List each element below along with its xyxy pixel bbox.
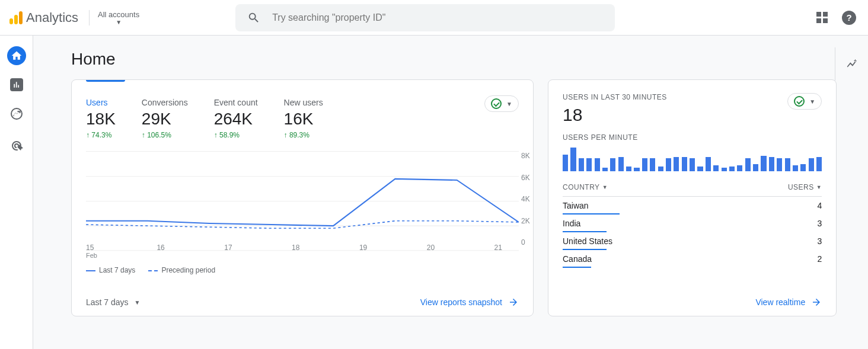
search-input[interactable]: [271, 12, 603, 24]
sparkle-trend-icon: [845, 57, 859, 71]
country-row[interactable]: United States3: [563, 232, 822, 250]
nav-reports[interactable]: [10, 78, 23, 91]
active-tab-indicator: [86, 80, 125, 82]
nav-home[interactable]: [7, 46, 26, 65]
product-logo[interactable]: Analytics: [9, 10, 78, 25]
metric-tab[interactable]: Users18K74.3%: [86, 98, 116, 139]
line-chart-svg: [86, 152, 519, 257]
users-header[interactable]: USERS▼: [788, 183, 822, 191]
country-row[interactable]: India3: [563, 214, 822, 232]
chevron-down-icon: ▼: [506, 101, 512, 107]
country-row[interactable]: Canada2: [563, 250, 822, 268]
chevron-down-icon: ▼: [135, 299, 141, 306]
search-icon: [247, 11, 260, 24]
target-click-icon: [9, 139, 24, 153]
nav-explore[interactable]: [7, 104, 26, 123]
y-axis-labels: 8K6K4K2K0: [521, 152, 535, 246]
help-icon[interactable]: ?: [842, 11, 856, 25]
nav-advertising[interactable]: [7, 136, 26, 155]
product-name: Analytics: [26, 10, 78, 25]
chevron-down-icon: ▼: [816, 184, 822, 190]
realtime-footer: View realtime: [563, 297, 822, 308]
chevron-down-icon: ▼: [116, 19, 122, 25]
view-realtime-link[interactable]: View realtime: [755, 297, 822, 308]
check-circle-icon: [794, 96, 805, 107]
status-chip[interactable]: ▼: [484, 95, 519, 112]
arrow-right-icon: [811, 297, 822, 308]
analytics-logo-icon: [9, 11, 23, 24]
page: Home ▼ Users18K74.3%Conversions29K106.5%…: [33, 36, 868, 349]
insights-button[interactable]: [835, 47, 868, 81]
date-range-selector[interactable]: Last 7 days ▼: [86, 297, 141, 307]
country-table-body: Taiwan4India3United States3Canada2: [563, 197, 822, 268]
metric-tab[interactable]: Event count264K58.9%: [214, 98, 258, 139]
per-minute-bars: [563, 146, 822, 171]
legend-item-current: Last 7 days: [86, 266, 135, 274]
country-row[interactable]: Taiwan4: [563, 197, 822, 214]
overview-footer: Last 7 days ▼ View reports snapshot: [86, 297, 519, 308]
page-title: Home: [71, 50, 824, 69]
header-actions: ?: [816, 11, 856, 25]
nav-rail: [0, 36, 33, 349]
view-reports-link[interactable]: View reports snapshot: [420, 297, 519, 308]
country-table-header: COUNTRY▼ USERS▼: [563, 183, 822, 197]
legend-item-previous: Preceding period: [148, 266, 215, 274]
per-minute-title: USERS PER MINUTE: [563, 133, 822, 142]
app-header: Analytics All accounts ▼ ?: [0, 0, 868, 36]
status-chip[interactable]: ▼: [787, 93, 822, 110]
metric-tab[interactable]: New users16K89.3%: [284, 98, 323, 139]
cards-row: ▼ Users18K74.3%Conversions29K106.5%Event…: [71, 79, 824, 316]
shell: Home ▼ Users18K74.3%Conversions29K106.5%…: [0, 36, 868, 349]
realtime-count: 18: [563, 105, 822, 125]
search-bar[interactable]: [235, 4, 615, 31]
metric-tab[interactable]: Conversions29K106.5%: [142, 98, 188, 139]
chart-legend: Last 7 days Preceding period: [86, 266, 519, 274]
chevron-down-icon: ▼: [602, 184, 608, 190]
check-circle-icon: [491, 98, 502, 109]
account-selector-label: All accounts: [98, 10, 139, 19]
realtime-card: ▼ USERS IN LAST 30 MINUTES 18 USERS PER …: [548, 79, 837, 316]
country-header[interactable]: COUNTRY▼: [563, 183, 608, 191]
overview-card: ▼ Users18K74.3%Conversions29K106.5%Event…: [71, 79, 534, 316]
account-selector[interactable]: All accounts ▼: [89, 10, 148, 25]
metric-tabs: Users18K74.3%Conversions29K106.5%Event c…: [86, 80, 519, 139]
line-chart: 8K6K4K2K0 15Feb161718192021: [86, 151, 519, 264]
realtime-title: USERS IN LAST 30 MINUTES: [563, 93, 822, 101]
home-icon: [11, 50, 23, 62]
bar-chart-icon: [12, 81, 21, 89]
apps-icon[interactable]: [816, 12, 828, 23]
x-axis-labels: 15Feb161718192021: [86, 244, 502, 259]
arrow-right-icon: [508, 297, 519, 308]
chevron-down-icon: ▼: [809, 98, 815, 105]
trend-circle-icon: [9, 107, 24, 121]
